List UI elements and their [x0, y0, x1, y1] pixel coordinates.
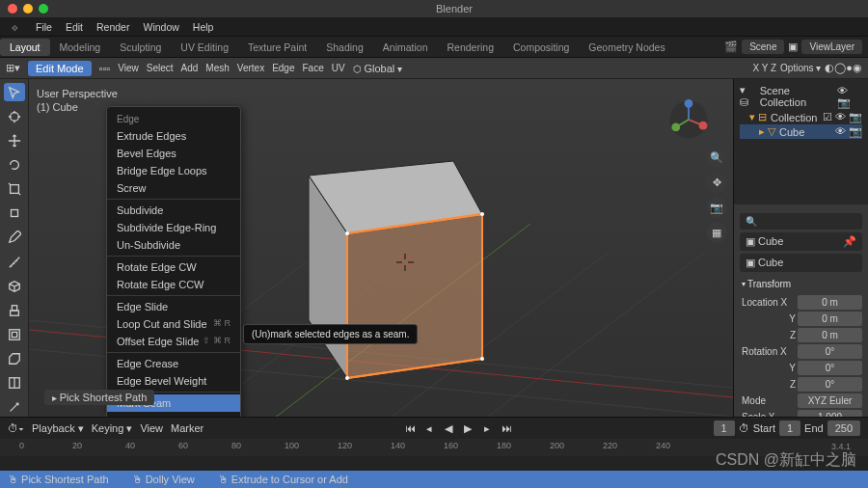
menu-face[interactable]: Face	[303, 63, 324, 73]
viewport-3d[interactable]: User Perspective(1) Cube Edge Extrude Ed…	[29, 79, 733, 417]
select-tool[interactable]	[4, 83, 25, 101]
play-icon[interactable]: ▶	[459, 420, 476, 436]
menu-item[interactable]: Un-Subdivide	[107, 236, 240, 254]
menu-item[interactable]: Rotate Edge CCW	[107, 276, 240, 293]
properties-panel[interactable]: 🔍 ▣ Cube📌 ▣ Cube Transform Location X0 m…	[734, 204, 868, 417]
svg-point-32	[671, 123, 680, 132]
blender-logo-icon[interactable]: ⟐	[6, 19, 24, 35]
tab-shading[interactable]: Shading	[316, 39, 373, 56]
pan-icon[interactable]: ✥	[706, 172, 727, 193]
prev-key-icon[interactable]: ◂	[420, 420, 438, 436]
camera-icon[interactable]: 📷	[706, 197, 727, 218]
viewlayer-icon[interactable]: ▣	[788, 41, 798, 53]
menu-item[interactable]: Edge Bevel Weight	[107, 372, 240, 390]
mode-selector[interactable]: Edit Mode	[28, 61, 92, 76]
tab-render[interactable]: Rendering	[438, 39, 503, 56]
menu-render[interactable]: Render	[91, 19, 135, 35]
menu-item[interactable]: Subdivide Edge-Ring	[107, 219, 240, 236]
section-transform[interactable]: Transform	[740, 275, 862, 293]
menu-uv[interactable]: UV	[332, 63, 345, 73]
svg-rect-2	[11, 210, 17, 217]
rotate-tool[interactable]	[4, 155, 25, 174]
knife-tool[interactable]	[4, 398, 25, 417]
transform-tool[interactable]	[4, 204, 25, 223]
menu-edge[interactable]: Edge	[272, 63, 294, 73]
menu-item[interactable]: Bridge Edge Loops	[107, 162, 240, 179]
menu-mesh[interactable]: Mesh	[205, 63, 229, 73]
watermark: CSDN @新缸中之脑	[716, 450, 856, 471]
obj-name: ▣ Cube	[740, 254, 862, 272]
play-rev-icon[interactable]: ◀	[440, 420, 457, 436]
menu-select[interactable]: Select	[147, 63, 174, 73]
tab-sculpting[interactable]: Sculpting	[110, 39, 171, 56]
close-icon[interactable]	[8, 4, 17, 14]
tab-uv[interactable]: UV Editing	[171, 39, 238, 56]
svg-point-23	[345, 231, 349, 235]
add-cube-tool[interactable]	[4, 277, 25, 295]
persp-icon[interactable]: ▦	[706, 222, 727, 243]
search-input[interactable]: 🔍	[740, 213, 862, 230]
menu-add[interactable]: Add	[181, 63, 199, 73]
bevel-tool[interactable]	[4, 350, 25, 368]
scale-tool[interactable]	[4, 180, 25, 199]
minimize-icon[interactable]	[23, 4, 33, 14]
scene-icon[interactable]: 🎬	[724, 41, 738, 53]
tab-geo[interactable]: Geometry Nodes	[579, 39, 674, 56]
svg-point-30	[699, 122, 708, 130]
annotate-tool[interactable]	[4, 229, 25, 247]
svg-rect-1	[10, 185, 18, 194]
tab-layout[interactable]: Layout	[0, 39, 50, 56]
move-tool[interactable]	[4, 131, 25, 149]
menu-file[interactable]: File	[30, 19, 58, 35]
menu-item[interactable]: Rotate Edge CW	[107, 258, 240, 276]
outliner-scene: ▾ ⛁Scene Collection👁 📷	[740, 83, 862, 110]
current-frame[interactable]: 1	[714, 420, 735, 436]
edge-context-menu: Edge Extrude EdgesBevel EdgesBridge Edge…	[106, 106, 241, 417]
menubar: ⟐ File Edit Render Window Help	[0, 17, 868, 37]
orient[interactable]: ⬡ Global ▾	[353, 63, 402, 74]
menu-item[interactable]: Bevel Edges	[107, 145, 240, 162]
outliner[interactable]: ▾ ⛁Scene Collection👁 📷 ▾ ⊟Collection☑ 👁 …	[734, 79, 868, 204]
menu-item[interactable]: Screw	[107, 179, 240, 197]
select-mode-icons[interactable]: ▫▫▫	[99, 63, 111, 74]
menu-help[interactable]: Help	[187, 19, 220, 35]
options-btn[interactable]: Options ▾	[780, 63, 821, 73]
tab-texpaint[interactable]: Texture Paint	[238, 39, 316, 56]
menu-vertex[interactable]: Vertex	[237, 63, 264, 73]
editor-type-icon[interactable]: ⊞▾	[6, 62, 20, 74]
menu-item[interactable]: Extrude Edges	[107, 127, 240, 145]
svg-marker-18	[347, 214, 482, 378]
measure-tool[interactable]	[4, 253, 25, 271]
menu-item[interactable]: Subdivide	[107, 202, 240, 219]
menu-view[interactable]: View	[118, 63, 139, 73]
menu-edit[interactable]: Edit	[60, 19, 89, 35]
next-key-icon[interactable]: ▸	[478, 420, 496, 436]
cursor-tool[interactable]	[4, 107, 25, 125]
maximize-icon[interactable]	[39, 4, 48, 14]
menu-item[interactable]: Edge Slide	[107, 298, 240, 315]
viewlayer-field[interactable]: ViewLayer	[801, 40, 862, 54]
axis-overlay[interactable]: X Y Z	[752, 63, 776, 73]
shading-icons[interactable]: ◐◯●◉	[825, 62, 862, 74]
inset-tool[interactable]	[4, 325, 25, 343]
scene-field[interactable]: Scene	[742, 40, 784, 54]
menu-item[interactable]: Loop Cut and Slide⌘ R	[107, 315, 240, 333]
tab-anim[interactable]: Animation	[373, 39, 438, 56]
jump-end-icon[interactable]: ⏭	[498, 420, 515, 436]
redo-panel[interactable]: ▸ Pick Shortest Path	[44, 390, 154, 405]
menu-item[interactable]: Edge Crease	[107, 355, 240, 372]
menu-item[interactable]: Offset Edge Slide⇧ ⌘ R	[107, 333, 240, 350]
menu-item[interactable]: Clear Seam	[107, 412, 240, 417]
nav-gizmo[interactable]	[667, 98, 710, 141]
menu-window[interactable]: Window	[137, 19, 184, 35]
svg-rect-3	[10, 311, 18, 315]
menu-header: Edge	[107, 111, 240, 127]
timeline-editor-icon[interactable]: ⏱▾	[8, 422, 24, 434]
svg-point-34	[685, 99, 693, 108]
tab-comp[interactable]: Compositing	[503, 39, 579, 56]
loopcut-tool[interactable]	[4, 374, 25, 393]
extrude-tool[interactable]	[4, 301, 25, 319]
tab-modeling[interactable]: Modeling	[50, 39, 111, 56]
jump-start-icon[interactable]: ⏮	[401, 420, 419, 436]
zoom-icon[interactable]: 🔍	[706, 147, 727, 168]
